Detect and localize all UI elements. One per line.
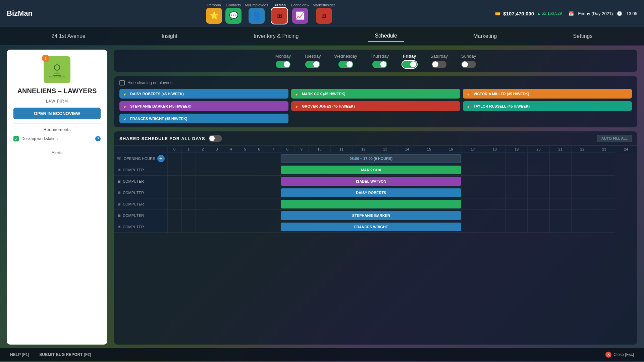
myemployees-icon[interactable]: 👤	[249, 8, 265, 24]
computer-icon-1: 🖥	[117, 168, 121, 172]
time-label: 13:05	[626, 11, 637, 16]
day-monday: Monday	[275, 54, 291, 68]
nav-bizman[interactable]: BizMan ⊞	[271, 3, 287, 24]
opening-cell-7[interactable]	[266, 153, 280, 164]
shared-schedule-toggle[interactable]	[209, 135, 222, 142]
header-label-cell	[114, 146, 168, 153]
computer-label-6: COMPUTER	[123, 225, 144, 229]
isabel-watson-bar-cell[interactable]: ISABEL WATSON	[280, 176, 462, 187]
day-tuesday-label: Tuesday	[304, 54, 321, 59]
date-time-display: 📅 Friday (Day 2021) 🕐 13:05	[569, 11, 637, 16]
table-row-opening: 🛒 OPENING HOURS +	[114, 153, 637, 164]
marketinsider-icon[interactable]: ⊞	[316, 8, 332, 24]
day-monday-toggle[interactable]	[276, 61, 290, 68]
emp-chip-icon: 🧹	[123, 92, 128, 96]
daisy-roberts-bar[interactable]: DAISY ROBERTS	[281, 188, 461, 197]
bug-report-button[interactable]: SUBMIT BUG REPORT [F2]	[39, 352, 91, 357]
stephanie-barker-bar-cell[interactable]: STEPHANIE BARKER	[280, 210, 462, 221]
contacts-icon[interactable]: 💬	[225, 8, 241, 24]
opening-cell-22[interactable]	[549, 153, 571, 164]
subnav-address[interactable]: 24 1st Avenue	[45, 31, 92, 41]
nav-contacts[interactable]: Contacts 💬	[225, 3, 241, 24]
shared-schedule-label: SHARED SCHEDULE FOR ALL DAYS	[119, 136, 205, 141]
hour-14: 14	[396, 146, 418, 153]
day-tuesday-toggle[interactable]	[305, 61, 320, 68]
company-logo: ! ANNELIENS · LAWYERS	[44, 56, 70, 83]
day-saturday-toggle[interactable]	[432, 61, 446, 68]
emp-chip-daisy[interactable]: 🧹 DAISY ROBERTS (45 H/WEEK)	[119, 89, 288, 99]
opening-cell-20[interactable]	[505, 153, 527, 164]
bizman-icon[interactable]: ⊞	[271, 8, 287, 24]
mark-cox-bar[interactable]: MARK COX	[281, 166, 461, 174]
close-label[interactable]: Close [Esc]	[613, 352, 634, 357]
subnav-schedule[interactable]: Schedule	[368, 31, 404, 42]
company-type: LAW FIRM	[46, 99, 68, 104]
add-opening-button[interactable]: +	[157, 155, 165, 162]
day-saturday-label: Saturday	[430, 54, 448, 59]
daisy-roberts-bar-cell[interactable]: DAISY ROBERTS	[280, 187, 462, 198]
day-thursday-label: Thursday	[371, 54, 389, 59]
opening-cell-1[interactable]	[181, 153, 196, 164]
company-panel: ! ANNELIENS · LAWYERS ANNELIENS – LAWYER…	[7, 50, 107, 345]
auto-fill-button[interactable]: AUTO-FILL ALL	[597, 135, 632, 142]
requirement-checkbox[interactable]: ✓	[13, 136, 19, 141]
econoview-icon[interactable]: 📈	[292, 8, 308, 24]
opening-cell-6[interactable]	[252, 153, 266, 164]
opening-cell-24[interactable]	[593, 153, 615, 164]
emp-chip-icon: 🧹	[123, 104, 128, 108]
green-bar-cell[interactable]	[280, 198, 462, 210]
emp-chip-mark[interactable]: 🧹 MARK COX (45 H/WEEK)	[291, 89, 460, 99]
table-row-mark-cox: 🖥 COMPUTER MARK COX	[114, 164, 637, 176]
opening-cell-19[interactable]	[484, 153, 505, 164]
day-monday-label: Monday	[275, 54, 291, 59]
company-logo-container: ! ANNELIENS · LAWYERS	[44, 56, 70, 83]
nav-persona[interactable]: Persona ⭐	[206, 3, 222, 24]
day-sunday: Sunday	[461, 54, 476, 68]
requirement-help-icon[interactable]: ?	[95, 136, 101, 141]
frances-wright-bar-cell[interactable]: FRANCES WRIGHT	[280, 221, 462, 233]
persona-icon[interactable]: ⭐	[206, 8, 222, 24]
frances-wright-bar[interactable]: FRANCES WRIGHT	[281, 223, 461, 231]
opening-cell-18[interactable]	[462, 153, 484, 164]
day-thursday-toggle[interactable]	[372, 61, 387, 68]
opening-cell-4[interactable]	[224, 153, 238, 164]
emp-chip-grover[interactable]: 🧹 GROVER JONES (45 H/WEEK)	[291, 101, 460, 111]
stephanie-barker-bar[interactable]: STEPHANIE BARKER	[281, 211, 461, 220]
opening-bar-cell[interactable]: 08:00 – 17:00 (9 HOURS)	[280, 153, 462, 164]
emp-chip-label: VICTORIA MILLER (45 H/WEEK)	[474, 92, 529, 96]
opening-hours-bar[interactable]: 08:00 – 17:00 (9 HOURS)	[281, 154, 461, 163]
computer-icon-3: 🖥	[117, 191, 121, 195]
day-sunday-toggle[interactable]	[461, 61, 476, 68]
nav-marketinsider[interactable]: MarketInsider ⊞	[313, 3, 335, 24]
opening-cell-5[interactable]	[238, 153, 252, 164]
day-friday-toggle[interactable]	[402, 61, 417, 68]
subnav-insight[interactable]: Insight	[155, 31, 184, 41]
subnav-marketing[interactable]: Marketing	[467, 31, 503, 41]
emp-chip-stephanie[interactable]: 🧹 STEPHANIE BARKER (45 H/WEEK)	[119, 101, 288, 111]
hour-1: 1	[181, 146, 196, 153]
close-button[interactable]: ✕ Close [Esc]	[605, 352, 634, 358]
day-wednesday-toggle[interactable]	[338, 61, 353, 68]
mark-cox-bar-cell[interactable]: MARK COX	[280, 164, 462, 176]
nav-econoview[interactable]: EconoView 📈	[291, 3, 309, 24]
emp-chip-label: MARK COX (45 H/WEEK)	[302, 92, 345, 96]
hide-cleaning-checkbox[interactable]	[119, 80, 125, 85]
isabel-watson-bar[interactable]: ISABEL WATSON	[281, 177, 461, 186]
emp-chip-icon: 🧹	[123, 116, 128, 121]
nav-myemployees[interactable]: MyEmployees 👤	[245, 3, 268, 24]
time-header-row: 0 1 2 3 4 5 6 7 8 9 10 11 12	[114, 146, 637, 153]
opening-cell-2[interactable]	[196, 153, 210, 164]
opening-cell-23[interactable]	[571, 153, 593, 164]
computer-label-3: COMPUTER	[123, 191, 144, 195]
subnav-settings[interactable]: Settings	[567, 31, 599, 41]
emp-chip-frances[interactable]: 🧹 FRANCES WRIGHT (45 H/WEEK)	[119, 114, 288, 123]
opening-cell-21[interactable]	[528, 153, 549, 164]
emp-chip-taylor[interactable]: 🧹 TAYLOR RUSSELL (45 H/WEEK)	[463, 101, 632, 111]
emp-chip-victoria[interactable]: 🧹 VICTORIA MILLER (45 H/WEEK)	[463, 89, 632, 99]
open-econoview-button[interactable]: OPEN IN ECONOVIEW	[13, 108, 101, 119]
help-button[interactable]: HELP [F1]	[10, 352, 29, 357]
subnav-inventory[interactable]: Inventory & Pricing	[247, 31, 305, 41]
green-bar[interactable]	[281, 200, 461, 208]
opening-cell-0[interactable]	[167, 153, 181, 164]
opening-cell-3[interactable]	[210, 153, 224, 164]
